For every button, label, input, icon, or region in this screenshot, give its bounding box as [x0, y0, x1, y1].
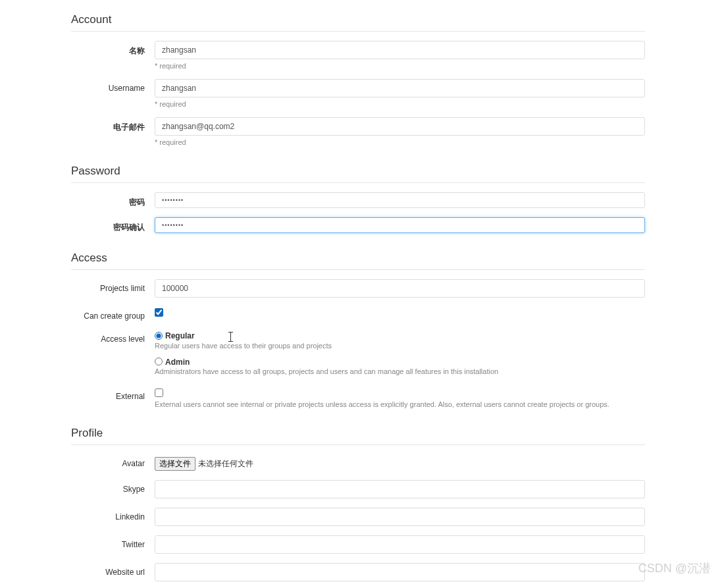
admin-label: Admin [165, 357, 190, 366]
twitter-label: Twitter [71, 535, 155, 549]
twitter-row: Twitter [71, 535, 645, 554]
projects-limit-input[interactable] [155, 279, 645, 298]
email-row: 电子邮件 * required [71, 117, 645, 146]
admin-option: Admin Administrators have access to all … [155, 356, 645, 376]
password-confirm-row: 密码确认 [71, 217, 645, 233]
avatar-label: Avatar [71, 454, 155, 468]
skype-label: Skype [71, 480, 155, 494]
website-label: Website url [71, 563, 155, 577]
avatar-row: Avatar 选择文件未选择任何文件 [71, 454, 645, 471]
linkedin-input[interactable] [155, 508, 645, 526]
password-input[interactable] [155, 192, 645, 208]
regular-radio[interactable] [155, 332, 163, 340]
external-label: External [71, 387, 155, 401]
can-create-group-label: Can create group [71, 307, 155, 321]
name-required: * required [155, 62, 645, 70]
external-row: External External users cannot see inter… [71, 387, 645, 408]
password-row: 密码 [71, 192, 645, 208]
projects-limit-row: Projects limit [71, 279, 645, 298]
username-label: Username [71, 79, 155, 93]
password-confirm-label: 密码确认 [71, 217, 155, 233]
name-row: 名称 * required [71, 41, 645, 70]
profile-header: Profile [71, 427, 645, 445]
skype-input[interactable] [155, 480, 645, 498]
access-level-label: Access level [71, 330, 155, 344]
website-row: Website url [71, 563, 645, 581]
external-checkbox[interactable] [155, 388, 163, 397]
name-label: 名称 [71, 41, 155, 57]
avatar-file-text: 未选择任何文件 [198, 459, 253, 468]
access-level-row: Access level Regular Regular users have … [71, 330, 645, 375]
can-create-group-row: Can create group [71, 307, 645, 321]
admin-desc: Administrators have access to all groups… [155, 367, 645, 375]
username-required: * required [155, 100, 645, 108]
email-input[interactable] [155, 117, 645, 136]
text-cursor-icon [228, 332, 234, 344]
email-required: * required [155, 138, 645, 146]
profile-section: Profile Avatar 选择文件未选择任何文件 Skype Linkedi… [71, 427, 645, 581]
projects-limit-label: Projects limit [71, 279, 155, 293]
password-confirm-input[interactable] [155, 217, 645, 233]
account-header: Account [71, 13, 645, 32]
password-section: Password 密码 密码确认 [71, 165, 645, 233]
admin-radio[interactable] [155, 358, 163, 365]
password-header: Password [71, 165, 645, 183]
access-section: Access Projects limit Can create group A… [71, 252, 645, 408]
twitter-input[interactable] [155, 535, 645, 554]
email-label: 电子邮件 [71, 117, 155, 133]
access-header: Access [71, 252, 645, 270]
website-input[interactable] [155, 563, 645, 581]
username-input[interactable] [155, 79, 645, 97]
linkedin-label: Linkedin [71, 508, 155, 521]
avatar-file-button[interactable]: 选择文件 [155, 457, 195, 471]
username-row: Username * required [71, 79, 645, 108]
name-input[interactable] [155, 41, 645, 59]
linkedin-row: Linkedin [71, 508, 645, 526]
external-desc: External users cannot see internal or pr… [155, 400, 645, 408]
regular-label: Regular [165, 331, 195, 340]
can-create-group-checkbox[interactable] [155, 308, 163, 317]
skype-row: Skype [71, 480, 645, 498]
password-label: 密码 [71, 192, 155, 208]
account-section: Account 名称 * required Username * require… [71, 13, 645, 146]
